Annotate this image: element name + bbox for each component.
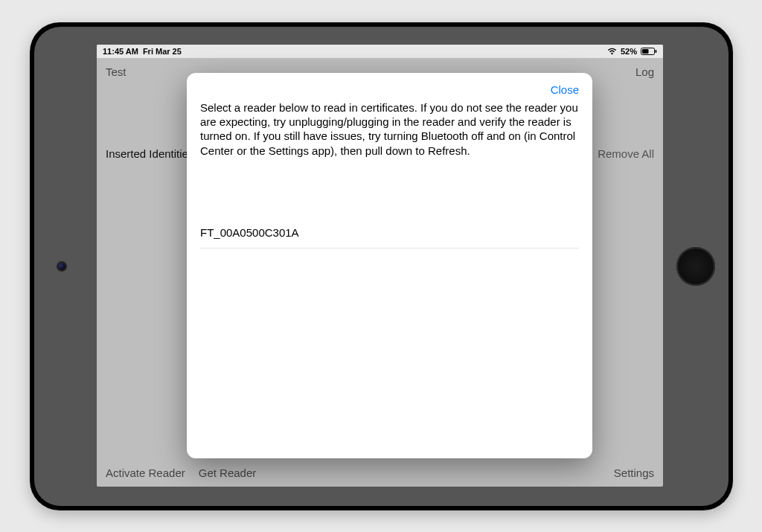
modal-description: Select a reader below to read in certifi… — [200, 100, 579, 158]
activate-reader-button[interactable]: Activate Reader — [106, 467, 185, 479]
front-camera — [58, 263, 65, 270]
test-button[interactable]: Test — [106, 65, 127, 78]
status-time: 11:45 AM — [103, 47, 138, 56]
reader-selection-modal: Close Select a reader below to read in c… — [187, 73, 592, 458]
svg-rect-2 — [656, 50, 657, 53]
bottom-toolbar: Activate Reader Get Reader Settings — [97, 458, 663, 487]
ipad-device-frame: 11:45 AM Fri Mar 25 52% Test Log Inserte… — [30, 22, 733, 510]
status-battery-percent: 52% — [621, 47, 637, 56]
battery-icon — [641, 48, 657, 55]
wifi-icon — [607, 48, 617, 55]
status-bar: 11:45 AM Fri Mar 25 52% — [97, 45, 663, 58]
log-button[interactable]: Log — [635, 65, 654, 78]
screen: 11:45 AM Fri Mar 25 52% Test Log Inserte… — [97, 45, 663, 487]
home-button[interactable] — [676, 247, 715, 286]
status-date: Fri Mar 25 — [143, 47, 182, 56]
section-title: Inserted Identities — [106, 147, 193, 160]
close-button[interactable]: Close — [551, 83, 579, 96]
settings-button[interactable]: Settings — [614, 467, 654, 479]
get-reader-button[interactable]: Get Reader — [199, 467, 257, 479]
remove-all-button[interactable]: Remove All — [598, 147, 654, 160]
reader-list-item[interactable]: FT_00A0500C301A — [200, 220, 579, 249]
svg-rect-1 — [642, 49, 649, 54]
